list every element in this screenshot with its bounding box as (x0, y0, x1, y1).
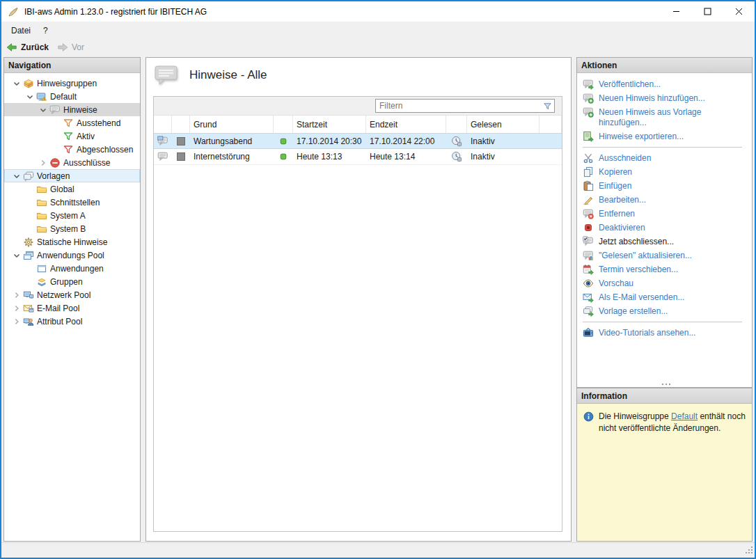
tree-item-hinweise[interactable]: Hinweise (4, 103, 140, 116)
filter-input[interactable] (376, 101, 542, 111)
tree-item-statische-hinweise[interactable]: Statische Hinweise (4, 235, 140, 249)
maximize-button[interactable] (692, 1, 723, 22)
chevron-down-icon (38, 104, 49, 116)
column-header[interactable] (172, 116, 190, 133)
tree-item-label: Statische Hinweise (37, 237, 110, 247)
table-cell: 17.10.2014 22:00 (366, 136, 446, 146)
action-ausschneiden[interactable]: Ausschneiden (583, 151, 749, 165)
menu-help[interactable]: ? (37, 24, 54, 38)
tree-item-gruppen[interactable]: Gruppen (4, 275, 140, 288)
action-label: Entfernen (599, 209, 635, 219)
info-icon (583, 411, 594, 422)
right-column: Aktionen Veröffentlichen...Neuen Hinweis… (576, 57, 753, 542)
action-als-e-mail-versenden[interactable]: Als E-Mail versenden... (583, 290, 749, 304)
tree-item-hinweisgruppen[interactable]: Hinweisgruppen (4, 77, 140, 90)
expander-spacer (24, 276, 36, 288)
column-header-startzeit[interactable]: Startzeit (293, 116, 366, 133)
forward-button[interactable]: Vor (57, 42, 84, 53)
video-icon (583, 327, 594, 338)
expander-spacer (11, 237, 22, 248)
table-cell (446, 136, 467, 147)
back-arrow-icon (6, 42, 17, 53)
tree-item-label: Schnittstellen (50, 198, 102, 207)
back-button[interactable]: Zurück (6, 42, 49, 53)
app-pool-icon (23, 250, 34, 261)
funnel-orange-icon (63, 118, 74, 129)
menu-datei[interactable]: Datei (5, 24, 37, 38)
action-jetzt-abschliessen[interactable]: Jetzt abschliessen... (583, 235, 749, 249)
tree-item-schnittstellen[interactable]: Schnittstellen (4, 196, 140, 209)
main-panel: Hinweise - Alle GrundStartzeitEndzeitGel… (145, 57, 572, 542)
column-header[interactable] (274, 116, 293, 133)
action-gelesen-aktualisieren[interactable]: "Gelesen" aktualisieren... (583, 249, 749, 262)
tree-item-aktiv[interactable]: Aktiv (4, 129, 140, 143)
tree-item-netzwerk-pool[interactable]: Netzwerk Pool (4, 288, 140, 301)
table-cell (154, 136, 172, 147)
action-vorlage-erstellen[interactable]: Vorlage erstellen... (583, 304, 749, 318)
tree-item-default[interactable]: Default (4, 90, 140, 103)
tree-item-attribut-pool[interactable]: Attribut Pool (4, 315, 140, 328)
toolbar: Zurück Vor (1, 39, 755, 56)
tree-item-ausstehend[interactable]: Ausstehend (4, 116, 140, 129)
action-label: Hinweise exportieren... (599, 132, 684, 142)
action-hinweise-exportieren[interactable]: Hinweise exportieren... (583, 129, 749, 143)
attribute-icon (23, 316, 34, 327)
folder-icon (36, 184, 47, 195)
tree-item-anwendungs-pool[interactable]: Anwendungs Pool (4, 249, 140, 262)
title-bar: IBI-aws Admin 1.23.0 - registriert für I… (1, 1, 755, 22)
tree-item-vorlagen[interactable]: Vorlagen (4, 169, 140, 182)
default-group-link[interactable]: Default (671, 411, 698, 421)
tree-item-anwendungen[interactable]: Anwendungen (4, 262, 140, 275)
window-title: IBI-aws Admin 1.23.0 - registriert für I… (24, 7, 207, 17)
action-veröffentlichen[interactable]: Veröffentlichen... (583, 77, 749, 91)
tree-item-e-mail-pool[interactable]: E-Mail Pool (4, 301, 140, 315)
create-template-icon (583, 306, 594, 317)
notes-bubble-icon (154, 64, 180, 86)
folder-icon (36, 223, 47, 235)
action-kopieren[interactable]: Kopieren (583, 165, 749, 179)
column-header-grund[interactable]: Grund (190, 116, 274, 133)
resize-grip-icon[interactable] (744, 545, 753, 556)
column-header[interactable] (446, 116, 467, 133)
action-vorschau[interactable]: Vorschau (583, 276, 749, 290)
action-einfügen[interactable]: Einfügen (583, 179, 749, 193)
history-clock-icon (451, 151, 462, 162)
action-label: Vorschau (599, 278, 633, 289)
close-button[interactable] (723, 1, 755, 22)
chevron-right-icon (11, 290, 22, 301)
tree-item-global[interactable]: Global (4, 182, 140, 196)
action-deaktivieren[interactable]: Deaktivieren (583, 221, 749, 235)
tree-item-system-b[interactable]: System B (4, 222, 140, 235)
network-icon (23, 290, 34, 301)
filter-funnel-icon[interactable] (542, 100, 553, 111)
action-neuen-hinweis-hinzufügen[interactable]: Neuen Hinweis hinzufügen... (583, 91, 749, 105)
expander-spacer (24, 263, 36, 274)
action-video-tutorials-ansehen[interactable]: Video-Tutorials ansehen... (583, 326, 749, 340)
filter-field (375, 99, 555, 113)
funnel-red-icon (63, 144, 74, 155)
chevron-down-icon (11, 250, 22, 261)
column-header-endzeit[interactable]: Endzeit (366, 116, 446, 133)
navigation-tree: HinweisgruppenDefaultHinweiseAusstehendA… (4, 73, 140, 541)
column-header[interactable] (154, 116, 172, 133)
tree-item-abgeschlossen[interactable]: Abgeschlossen (4, 143, 140, 156)
action-bearbeiten[interactable]: Bearbeiten... (583, 193, 749, 207)
action-label: Deaktivieren (599, 223, 645, 233)
minimize-button[interactable] (661, 1, 692, 22)
tree-item-ausschlüsse[interactable]: Ausschlüsse (4, 156, 140, 169)
action-label: Neuen Hinweis hinzufügen... (599, 93, 705, 104)
table-cell: Heute 13:14 (366, 152, 446, 162)
column-header-gelesen[interactable]: Gelesen (467, 116, 540, 133)
panel-splitter-handle[interactable] (583, 381, 749, 387)
expander-spacer (51, 118, 62, 129)
speech-bubble-icon (49, 104, 61, 116)
content-area: Navigation HinweisgruppenDefaultHinweise… (1, 56, 755, 542)
tree-item-system-a[interactable]: System A (4, 209, 140, 222)
table-row[interactable]: InternetstörungHeute 13:13Heute 13:14Ina… (154, 149, 562, 165)
action-termin-verschieben[interactable]: Termin verschieben... (583, 262, 749, 276)
action-neuen-hinweis-aus-vorlage-hinzufügen[interactable]: Neuen Hinweis aus Vorlage hinzufügen... (583, 105, 749, 129)
chevron-down-icon (11, 78, 22, 89)
table-row[interactable]: Wartungsabend17.10.2014 20:3017.10.2014 … (154, 133, 562, 149)
action-entfernen[interactable]: Entfernen (583, 207, 749, 221)
table-cell: Wartungsabend (190, 136, 274, 146)
